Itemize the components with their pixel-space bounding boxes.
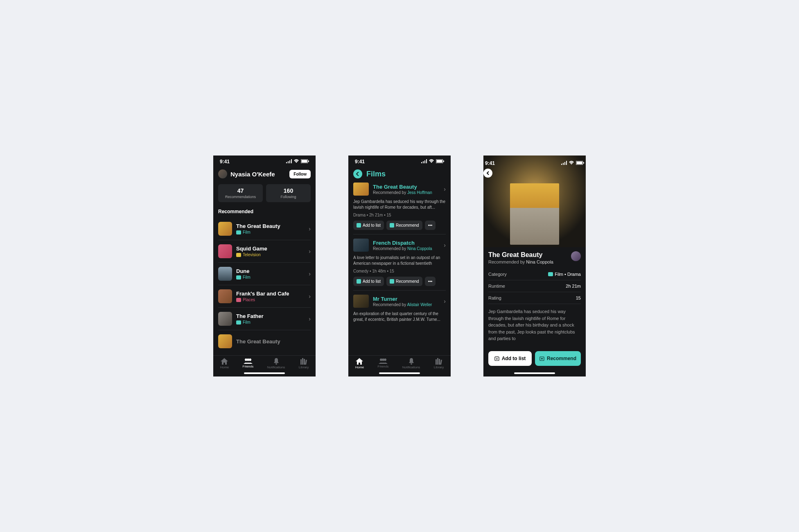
row-label: Runtime: [488, 284, 505, 289]
recommend-icon: [539, 356, 544, 361]
signal-icon: [561, 160, 567, 166]
list-item[interactable]: The Great Beauty: [218, 330, 311, 352]
film-icon: [236, 320, 241, 325]
chevron-right-icon: ›: [309, 225, 311, 232]
list-item[interactable]: Frank's Bar and Cafe Places ›: [218, 285, 311, 308]
svg-rect-29: [563, 163, 564, 165]
detail-by: Recommended by Nina Coppola: [488, 259, 553, 264]
feed-head[interactable]: The Great Beauty Recommended by Jess Hof…: [353, 183, 446, 196]
tab-friends[interactable]: Friends: [378, 358, 389, 369]
row-value: 15: [576, 295, 581, 300]
recommend-button[interactable]: Recommend: [386, 221, 422, 230]
tab-friends[interactable]: Friends: [243, 358, 254, 369]
item-meta: Drama • 2h 21m • 15: [353, 213, 446, 217]
tab-library[interactable]: Library: [299, 358, 309, 369]
back-button[interactable]: [483, 169, 492, 178]
thumbnail: [218, 312, 232, 326]
feed-head[interactable]: Mr Turner Recommended by Alistair Weller…: [353, 295, 446, 308]
more-button[interactable]: •••: [425, 221, 436, 230]
svg-rect-12: [304, 359, 305, 365]
home-indicator[interactable]: [244, 372, 285, 374]
page-title: Films: [366, 170, 386, 178]
item-by: Recommended by Alistair Weller: [373, 302, 440, 307]
svg-rect-19: [437, 160, 442, 163]
film-icon: [548, 272, 553, 276]
recommend-button[interactable]: Recommend: [535, 351, 581, 366]
tab-notifications[interactable]: Notifications: [402, 358, 420, 369]
add-to-list-button[interactable]: Add to list: [353, 221, 384, 230]
thumbnail: [353, 295, 369, 308]
stat-recommendations[interactable]: 47 Recommendations: [218, 184, 263, 202]
wifi-icon: [429, 159, 434, 165]
home-indicator[interactable]: [514, 372, 555, 374]
row-label: Rating: [488, 295, 501, 300]
tab-home[interactable]: Home: [220, 358, 229, 369]
category-label: Television: [243, 252, 261, 257]
list-item[interactable]: The Great Beauty Film ›: [218, 218, 311, 240]
row-rating: Rating 15: [488, 292, 581, 304]
svg-rect-2: [289, 160, 290, 163]
recommend-button[interactable]: Recommend: [386, 277, 422, 286]
section-title: Recommended: [218, 209, 311, 214]
home-indicator[interactable]: [379, 372, 420, 374]
stat-num: 47: [220, 187, 261, 194]
add-to-list-button[interactable]: Add to list: [488, 351, 532, 366]
svg-rect-3: [291, 159, 292, 163]
category-label: Film: [243, 275, 251, 280]
svg-rect-17: [426, 159, 427, 163]
tab-home[interactable]: Home: [355, 358, 364, 369]
more-button[interactable]: •••: [425, 277, 436, 286]
chevron-right-icon: ›: [444, 242, 446, 248]
svg-rect-14: [421, 162, 422, 163]
row-runtime: Runtime 2h 21m: [488, 280, 581, 292]
follow-button[interactable]: Follow: [289, 170, 311, 178]
row-category: Category Film • Drama: [488, 268, 581, 280]
tab-notifications[interactable]: Notifications: [267, 358, 285, 369]
item-title: The Father: [236, 313, 305, 319]
places-icon: [236, 298, 241, 302]
list-item[interactable]: Squid Game Television ›: [218, 240, 311, 263]
item-desc: A love letter to journalists set in an o…: [353, 255, 446, 266]
list-add-icon: [357, 279, 361, 284]
chevron-right-icon: ›: [444, 298, 446, 304]
status-bar: 9:41: [213, 156, 316, 167]
list-add-icon: [494, 356, 499, 361]
list-item[interactable]: The Father Film ›: [218, 308, 311, 330]
stat-label: Following: [268, 195, 309, 199]
svg-rect-13: [305, 360, 307, 365]
item-meta: Comedy • 1h 48m • 15: [353, 269, 446, 273]
item-title: The Great Beauty: [236, 338, 311, 345]
signal-icon: [421, 159, 427, 165]
row-value: 2h 21m: [566, 284, 581, 289]
ellipsis-icon: •••: [428, 223, 433, 228]
svg-rect-1: [288, 161, 289, 163]
back-button[interactable]: [353, 169, 362, 178]
recommend-icon: [390, 223, 394, 228]
svg-point-9: [249, 358, 251, 361]
svg-rect-30: [564, 162, 565, 165]
chevron-right-icon: ›: [309, 316, 311, 322]
svg-rect-15: [423, 161, 424, 163]
battery-icon: [301, 159, 309, 165]
detail-screen: 9:41 The Great Beauty Recommended by Nin…: [483, 156, 586, 376]
films-feed-screen: 9:41 Films The Great Beauty Recommended …: [348, 156, 451, 376]
feed-head[interactable]: French Dispatch Recommended by Nina Copp…: [353, 239, 446, 252]
thumbnail: [218, 267, 232, 281]
chevron-right-icon: ›: [309, 248, 311, 255]
status-icons: [561, 160, 584, 166]
avatar[interactable]: [218, 169, 227, 178]
status-time: 9:41: [220, 159, 230, 165]
status-icons: [421, 159, 444, 165]
svg-rect-31: [566, 161, 567, 165]
item-title: Frank's Bar and Cafe: [236, 291, 305, 297]
chevron-right-icon: ›: [444, 186, 446, 192]
tab-library[interactable]: Library: [434, 358, 444, 369]
stat-following[interactable]: 160 Following: [266, 184, 311, 202]
status-time: 9:41: [485, 160, 495, 166]
list-item[interactable]: Dune Film ›: [218, 263, 311, 285]
battery-icon: [576, 160, 584, 166]
svg-rect-27: [440, 360, 442, 365]
recommender-avatar[interactable]: [571, 251, 581, 261]
svg-rect-5: [302, 160, 307, 163]
add-to-list-button[interactable]: Add to list: [353, 277, 384, 286]
